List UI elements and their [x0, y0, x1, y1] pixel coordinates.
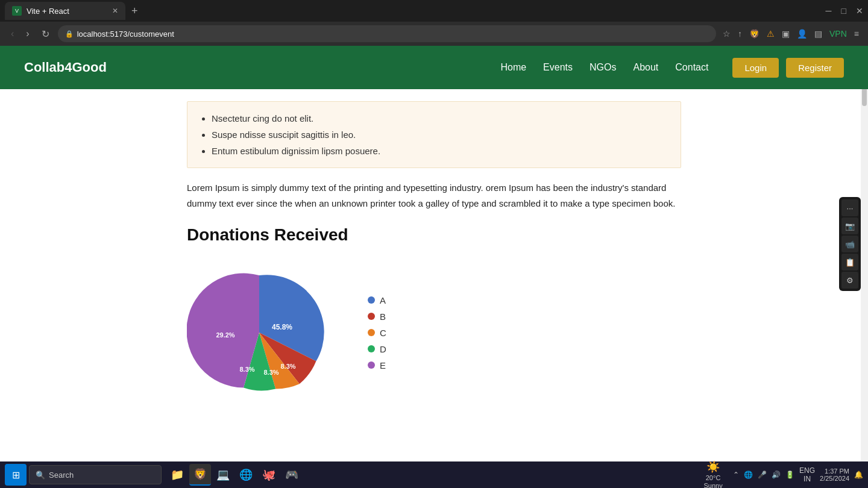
side-toolbar-settings[interactable]: ⚙: [841, 272, 858, 289]
list-item: Suspe ndisse suscipit sagittis in leo.: [212, 127, 668, 143]
legend-dot-d: [368, 345, 375, 352]
region-label: IN: [804, 475, 811, 483]
taskbar-app5[interactable]: 🎮: [281, 464, 303, 486]
side-toolbar-notes[interactable]: 📋: [841, 254, 858, 271]
side-toolbar-camera[interactable]: 📷: [841, 217, 858, 234]
legend-dot-e: [368, 361, 375, 369]
split-view-icon[interactable]: ▣: [780, 27, 791, 40]
register-button[interactable]: Register: [786, 58, 844, 78]
nav-link-about[interactable]: About: [633, 62, 658, 72]
legend-item-b: B: [368, 311, 386, 322]
clock-date: 2/25/2024: [820, 475, 849, 482]
titlebar-controls: ─ □ ✕: [826, 6, 863, 16]
weather-condition: Sunny: [703, 482, 722, 488]
start-button[interactable]: ⊞: [5, 464, 27, 486]
legend-item-a: A: [368, 295, 386, 305]
weather-icon: ☀️: [706, 460, 720, 474]
nav-link-contact[interactable]: Contact: [675, 62, 708, 72]
microphone-icon[interactable]: 🎤: [758, 471, 767, 479]
main-content: Nsectetur cing do not elit. Suspe ndisse…: [163, 101, 705, 435]
label-e: 29.2%: [216, 331, 234, 339]
taskbar-search[interactable]: 🔍 Search: [29, 465, 162, 484]
warning-icon[interactable]: ⚠: [765, 27, 776, 40]
taskbar-sys-tray: ☀️ 20°C Sunny ⌃ 🌐 🎤 🔊 🔋 ENG IN 1:37 PM 2…: [698, 460, 863, 488]
page-wrapper: Collab4Good Home Events NGOs About Conta…: [0, 46, 868, 488]
list-item: Entum estibulum dignissim lipsm posuere.: [212, 143, 668, 159]
system-tray-expand[interactable]: ⌃: [733, 471, 739, 479]
battery-icon[interactable]: 🔋: [785, 471, 794, 479]
nav-item-ngos[interactable]: NGOs: [590, 62, 616, 73]
tab-favicon: V: [12, 6, 22, 16]
address-bar[interactable]: 🔒 localhost:5173/customevent: [58, 25, 716, 42]
share-icon[interactable]: ↑: [736, 27, 744, 40]
bullet-box: Nsectetur cing do not elit. Suspe ndisse…: [187, 101, 681, 168]
legend-label-b: B: [380, 311, 386, 322]
bookmark-icon[interactable]: ☆: [721, 27, 732, 40]
legend-dot-a: [368, 296, 375, 304]
login-button[interactable]: Login: [732, 58, 779, 78]
legend-label-d: D: [380, 344, 386, 354]
nav-item-home[interactable]: Home: [500, 62, 526, 73]
taskbar-brave-browser[interactable]: 🦁: [189, 464, 211, 486]
list-item: Nsectetur cing do not elit.: [212, 110, 668, 127]
label-c: 8.3%: [263, 369, 278, 376]
profile-icon[interactable]: 👤: [795, 27, 809, 40]
refresh-button[interactable]: ↻: [38, 26, 53, 42]
legend-item-c: C: [368, 328, 386, 338]
weather-widget: ☀️ 20°C Sunny: [698, 460, 728, 488]
label-a: 45.8%: [272, 323, 292, 331]
side-toolbar-dots[interactable]: ···: [841, 199, 858, 216]
lang-label: ENG: [799, 466, 815, 475]
taskbar-vscode[interactable]: 💻: [212, 464, 234, 486]
tab-title: Vite + React: [27, 7, 69, 16]
taskbar-github[interactable]: 🐙: [258, 464, 280, 486]
chart-container: 45.8% 29.2% 8.3% 8.3% 8.3% A: [187, 254, 681, 411]
legend-dot-b: [368, 313, 375, 320]
legend-item-e: E: [368, 360, 386, 371]
wallet-icon[interactable]: ▤: [813, 27, 824, 40]
new-tab-button[interactable]: +: [128, 5, 142, 17]
taskbar-chrome[interactable]: 🌐: [235, 464, 257, 486]
vpn-icon[interactable]: VPN: [828, 27, 849, 40]
forward-button[interactable]: ›: [22, 26, 33, 42]
browser-tab[interactable]: V Vite + React ✕: [5, 2, 125, 20]
side-toolbar-video[interactable]: 📹: [841, 236, 858, 252]
legend-label-c: C: [380, 328, 386, 338]
nav-item-contact[interactable]: Contact: [675, 62, 708, 73]
tab-close-button[interactable]: ✕: [112, 7, 118, 15]
search-icon: 🔍: [36, 471, 45, 480]
taskbar-app-icons: 📁 🦁 💻 🌐 🐙 🎮: [166, 464, 303, 486]
nav-link-home[interactable]: Home: [500, 62, 526, 72]
bullet-list: Nsectetur cing do not elit. Suspe ndisse…: [200, 110, 668, 159]
close-button[interactable]: ✕: [856, 6, 863, 16]
donations-title: Donations Received: [187, 225, 681, 245]
legend-item-d: D: [368, 344, 386, 354]
taskbar-file-explorer[interactable]: 📁: [166, 464, 188, 486]
legend-label-a: A: [380, 295, 386, 305]
brave-shield-icon[interactable]: 🦁: [747, 27, 761, 40]
keyboard-layout: ENG IN: [799, 466, 815, 483]
back-button[interactable]: ‹: [7, 26, 17, 42]
network-icon[interactable]: 🌐: [744, 471, 753, 479]
scrollbar[interactable]: [861, 46, 868, 488]
nav-link-events[interactable]: Events: [543, 62, 573, 72]
nav-link-ngos[interactable]: NGOs: [590, 62, 616, 72]
minimize-button[interactable]: ─: [826, 6, 832, 16]
notification-icon[interactable]: 🔔: [854, 471, 863, 479]
side-toolbar: ··· 📷 📹 📋 ⚙: [839, 197, 861, 291]
windows-icon: ⊞: [12, 469, 20, 481]
search-label: Search: [49, 471, 74, 480]
volume-icon[interactable]: 🔊: [772, 471, 781, 479]
lorem-paragraph: Lorem Ipsum is simply dummy text of the …: [187, 180, 681, 211]
clock-time: 1:37 PM: [825, 468, 849, 475]
pie-chart: 45.8% 29.2% 8.3% 8.3% 8.3%: [187, 266, 344, 399]
nav-item-about[interactable]: About: [633, 62, 658, 73]
maximize-button[interactable]: □: [841, 6, 846, 16]
nav-item-events[interactable]: Events: [543, 62, 573, 73]
lock-icon: 🔒: [65, 30, 74, 38]
taskbar-clock[interactable]: 1:37 PM 2/25/2024: [820, 468, 849, 482]
taskbar: ⊞ 🔍 Search 📁 🦁 💻 🌐 🐙 🎮 ☀️ 20°C Sunny ⌃ 🌐…: [0, 461, 868, 488]
legend-label-e: E: [380, 360, 386, 371]
navbar-brand[interactable]: Collab4Good: [24, 60, 107, 75]
menu-icon[interactable]: ≡: [852, 27, 861, 40]
